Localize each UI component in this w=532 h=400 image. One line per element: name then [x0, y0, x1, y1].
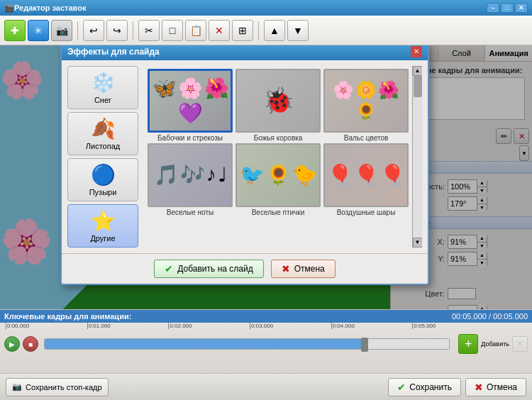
app-body: ✚ ✳ 📷 ↩ ↪ ✂ □ 📋 ✕ ⊞ ▲ ▼ 🌸 🌸 [0, 16, 532, 400]
thumbnails-scrollbar: ▲ ▼ [412, 66, 422, 248]
bubbles-icon: 🔵 [91, 163, 116, 187]
grid-button[interactable]: ⊞ [232, 20, 253, 41]
timeline-thumb[interactable] [361, 338, 368, 352]
tick-row: 0:00.000 0:01.000 0:02.000 0:03.000 0:04… [0, 323, 532, 331]
other-label: Другие [90, 234, 115, 243]
move-up-button[interactable]: ▲ [264, 20, 285, 41]
delete-button[interactable]: ✕ [209, 20, 230, 41]
thumbnails-container: 🦋🌸🌺💜 Бабочки и стрекозы 🐞 [144, 66, 422, 248]
minimize-button[interactable]: – [487, 3, 499, 13]
delete-timeline-btn[interactable]: ✕ [512, 336, 528, 352]
paste-button[interactable]: 📋 [185, 20, 206, 41]
action-bar: 📷 Сохранить стоп-кадр ✔ Сохранить ✖ Отме… [0, 373, 532, 400]
modal-body: ❄️ Снег 🍂 Листопад 🔵 Пузыри [62, 60, 428, 253]
effect-other[interactable]: ⭐ Другие [67, 204, 138, 248]
effects-modal: Эффекты для слайда ✕ ❄️ Снег 🍂 [60, 45, 429, 285]
tick-5: 0:05.000 [412, 323, 494, 331]
separator-3 [258, 21, 259, 40]
timeline-track[interactable] [44, 338, 450, 350]
thumb-img-butterflies: 🦋🌸🌺💜 [148, 69, 233, 133]
timeline-progress [45, 339, 449, 349]
save-check-icon: ✔ [397, 382, 406, 393]
thumb-label-notes: Веселые ноты [167, 209, 214, 216]
cut-button[interactable]: ✂ [138, 20, 160, 41]
tick-4: 0:04.000 [331, 323, 413, 331]
scroll-up-arrow[interactable]: ▲ [413, 66, 423, 76]
cancel-button[interactable]: ✖ Отмена [465, 378, 526, 396]
title-bar-icon: 🎬 [4, 4, 14, 13]
camera-icon: 📷 [12, 382, 22, 391]
close-button[interactable]: ✕ [515, 3, 528, 13]
thumb-flowers[interactable]: 🌸🌼🌺🌻 Вальс цветов [323, 69, 409, 142]
tick-0: 0:00.000 [6, 323, 87, 331]
add-slide-button[interactable]: ✚ [4, 20, 26, 41]
cancel-x-icon: ✖ [282, 263, 290, 274]
thumb-label-butterflies: Бабочки и стрекозы [157, 134, 223, 142]
modal-title-bar: Эффекты для слайда ✕ [62, 45, 428, 60]
tick-3: 0:03.000 [250, 323, 331, 331]
save-keyframe-button[interactable]: 📷 Сохранить стоп-кадр [6, 378, 109, 396]
title-bar: 🎬 Редактор заставок – □ ✕ [0, 0, 532, 16]
scroll-thumb[interactable] [414, 76, 422, 97]
redo-button[interactable]: ↪ [106, 20, 128, 41]
separator-2 [133, 21, 133, 40]
camera-button[interactable]: 📷 [51, 20, 72, 41]
thumb-label-ladybug: Божья коровка [254, 134, 303, 142]
timeline-total: 00:05.000 [493, 312, 528, 321]
timeline-time: 00:05.000 / 00:05.000 [452, 312, 528, 321]
add-to-slide-button[interactable]: ✔ Добавить на слайд [154, 260, 263, 278]
title-bar-text: Редактор заставок [14, 4, 86, 12]
play-button[interactable]: ▶ [4, 336, 20, 352]
add-btn-label: Добавить [481, 340, 509, 348]
add-effect-button[interactable]: ✳ [28, 20, 49, 41]
leaves-label: Листопад [86, 142, 120, 150]
undo-button[interactable]: ↩ [83, 20, 104, 41]
toolbar: ✚ ✳ 📷 ↩ ↪ ✂ □ 📋 ✕ ⊞ ▲ ▼ [0, 16, 532, 45]
save-label: Сохранить [409, 382, 452, 392]
leaves-icon: 🍂 [91, 117, 116, 140]
modal-close-button[interactable]: ✕ [411, 46, 422, 57]
thumb-balloons[interactable]: 🎈🎈🎈 Воздушные шары [323, 143, 409, 216]
cancel-label: Отмена [487, 382, 517, 392]
save-button[interactable]: ✔ Сохранить [388, 378, 461, 396]
separator-1 [77, 21, 78, 40]
effect-leaves[interactable]: 🍂 Листопад [67, 112, 138, 155]
content-area: 🌸 🌸 Cher Слайд Слой Анимация Ключевые ка… [0, 45, 532, 309]
thumb-label-balloons: Воздушные шары [337, 209, 396, 216]
thumb-label-birds: Веселые птички [252, 209, 305, 216]
add-keyframe-button[interactable]: + [458, 334, 478, 354]
add-check-icon: ✔ [165, 263, 173, 274]
thumb-butterflies[interactable]: 🦋🌸🌺💜 Бабочки и стрекозы [147, 69, 233, 142]
tick-1: 0:01.000 [87, 323, 169, 331]
thumb-notes[interactable]: 🎵🎶♪♩ Веселые ноты [147, 143, 233, 216]
maximize-button[interactable]: □ [501, 3, 514, 13]
stop-button[interactable]: ■ [23, 336, 38, 352]
scroll-down-arrow[interactable]: ▼ [413, 238, 423, 248]
thumb-label-flowers: Вальс цветов [344, 134, 389, 142]
cancel-x-icon-2: ✖ [475, 382, 483, 393]
add-label: Добавить на слайд [177, 264, 253, 274]
thumb-img-flowers: 🌸🌼🌺🌻 [323, 69, 409, 133]
title-bar-controls: – □ ✕ [487, 3, 528, 13]
timeline-area: Ключевые кадры для анимации: 00:05.000 /… [0, 309, 532, 373]
thumb-ladybug[interactable]: 🐞 Божья коровка [235, 69, 321, 142]
thumb-birds[interactable]: 🐦🌻🐤 Веселые птички [235, 143, 321, 216]
thumb-img-balloons: 🎈🎈🎈 [323, 143, 409, 207]
add-btn-label-wrap: Добавить [481, 340, 509, 348]
copy-button[interactable]: □ [162, 20, 183, 41]
save-keyframe-label: Сохранить стоп-кадр [26, 383, 102, 391]
effect-bubbles[interactable]: 🔵 Пузыри [67, 158, 138, 201]
timeline-title: Ключевые кадры для анимации: [4, 312, 131, 321]
effect-snow[interactable]: ❄️ Снег [67, 66, 138, 109]
modal-cancel-button[interactable]: ✖ Отмена [271, 260, 336, 278]
timeline-controls: ▶ ■ + Добавить ✕ [0, 331, 532, 357]
other-icon: ⭐ [91, 209, 116, 233]
thumbnails-scroll: 🦋🌸🌺💜 Бабочки и стрекозы 🐞 [144, 66, 422, 248]
cancel-label: Отмена [294, 264, 325, 274]
snow-icon: ❄️ [91, 71, 116, 94]
thumbnails-grid: 🦋🌸🌺💜 Бабочки и стрекозы 🐞 [144, 66, 412, 219]
move-down-button[interactable]: ▼ [287, 20, 309, 41]
bubbles-label: Пузыри [89, 188, 117, 196]
snow-label: Снег [94, 96, 111, 104]
tick-2: 0:02.000 [168, 323, 250, 331]
